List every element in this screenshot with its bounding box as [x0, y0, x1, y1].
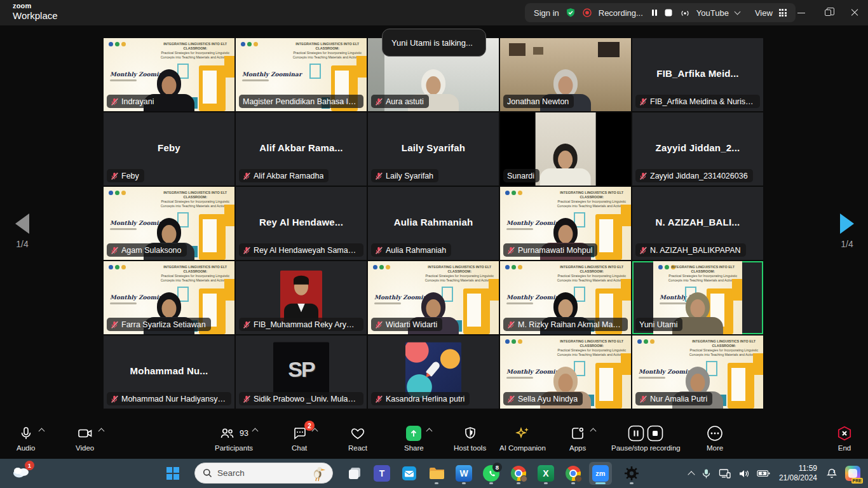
taskbar-clock[interactable]: 11:59 21/08/2024	[774, 464, 822, 483]
gallery-next-button[interactable]: 1/4	[832, 214, 862, 249]
youtube-live-label[interactable]: YouTube	[696, 8, 729, 18]
gallery-prev-button[interactable]: 1/4	[8, 214, 37, 249]
video-button[interactable]: Video	[76, 425, 94, 452]
stop-recording-icon[interactable]	[663, 8, 674, 18]
participant-tile[interactable]: Mohammad Nu...Mohammad Nur Hadiyansyah	[104, 336, 234, 409]
participant-tile[interactable]: INTEGRATING LINGUISTICS INTO ELT CLASSRO…	[104, 38, 234, 111]
apps-chevron-icon[interactable]	[590, 428, 597, 435]
participants-chevron-icon[interactable]	[252, 428, 259, 435]
security-shield-icon[interactable]	[566, 8, 576, 18]
share-icon	[406, 426, 421, 441]
view-label[interactable]: View	[755, 8, 773, 18]
participant-tile[interactable]: FIB_Muhammad Reky Arya Nu...	[236, 261, 367, 334]
participant-display-name: Rey Al Hendawe...	[236, 217, 367, 227]
participant-tile[interactable]: FebyFeby	[104, 112, 234, 186]
ai-companion-label: AI Companion	[499, 444, 546, 452]
participants-button[interactable]: 93 Participants	[215, 425, 253, 452]
youtube-chevron-down-icon[interactable]	[734, 9, 740, 15]
zoom-app-icon: zm	[592, 465, 609, 482]
participant-name-label: Mohammad Nur Hadiyansyah	[107, 392, 231, 405]
participant-name: Purnamawati Mohpul	[518, 246, 592, 255]
share-button[interactable]: Share	[404, 425, 424, 452]
participant-tile[interactable]: INTEGRATING LINGUISTICS INTO ELT CLASSRO…	[500, 336, 631, 409]
gear-icon	[623, 465, 640, 482]
tray-microphone-icon[interactable]	[698, 462, 715, 485]
participant-display-name: Laily Syarifah	[368, 142, 499, 153]
sign-in-link[interactable]: Sign in	[534, 8, 559, 18]
start-button[interactable]	[161, 462, 184, 485]
participant-tile[interactable]: INTEGRATING LINGUISTICS INTO ELT CLASSRO…	[500, 187, 631, 260]
view-grid-icon[interactable]	[779, 9, 787, 17]
excel-icon: X	[538, 465, 554, 482]
participant-display-name: Aulia Rahmaniah	[368, 217, 499, 227]
pause-recording-icon[interactable]	[649, 8, 660, 18]
close-button[interactable]	[841, 0, 868, 25]
chat-button[interactable]: 2 Chat	[292, 425, 307, 452]
audio-chevron-icon[interactable]	[38, 428, 44, 435]
tray-battery-icon[interactable]	[753, 462, 774, 485]
participant-tile[interactable]: INTEGRATING LINGUISTICS INTO ELT CLASSRO…	[368, 261, 499, 334]
zoom-workplace-window: zoom Workplace Sign in Recording... YouT…	[0, 0, 868, 488]
participant-tile[interactable]: N. AZIZAH_BALI...N. AZIZAH_BALIKPAPAN	[632, 187, 763, 260]
video-chevron-icon[interactable]	[98, 428, 104, 435]
poster-logos	[505, 265, 522, 269]
end-label: End	[838, 444, 851, 452]
more-button[interactable]: More	[707, 425, 723, 452]
widgets-cloud-button[interactable]: 1	[11, 464, 33, 483]
task-view-button[interactable]	[343, 462, 366, 485]
participant-name: Mohammad Nur Hadiyansyah	[121, 395, 226, 403]
end-button[interactable]: End	[836, 425, 853, 452]
copilot-preview-button[interactable]: PRE	[841, 462, 868, 485]
participant-tile[interactable]: INTEGRATING LINGUISTICS INTO ELT CLASSRO…	[236, 38, 367, 111]
chat-chevron-icon[interactable]	[312, 428, 318, 435]
participant-tile[interactable]: Sunardi	[500, 112, 631, 186]
participant-tile[interactable]: INTEGRATING LINGUISTICS INTO ELT CLASSRO…	[500, 261, 631, 334]
end-hexagon-icon	[836, 425, 853, 442]
participant-tile[interactable]: Aulia RahmaniahAulia Rahmaniah	[368, 187, 499, 260]
tray-overflow-button[interactable]	[685, 462, 698, 485]
participant-tile[interactable]: INTEGRATING LINGUISTICS INTO ELT CLASSRO…	[104, 187, 234, 260]
excel-app-button[interactable]: X	[534, 462, 557, 485]
settings-button[interactable]	[620, 462, 643, 485]
teams-app-button[interactable]: T	[370, 462, 393, 485]
chrome-profile1-button[interactable]	[507, 462, 530, 485]
zoom-app-button[interactable]: zm	[589, 462, 612, 485]
poster-header-text: INTEGRATING LINGUISTICS INTO ELT CLASSRO…	[555, 339, 629, 357]
pause-record-icon[interactable]	[628, 425, 644, 442]
apps-label: Apps	[569, 444, 586, 452]
participant-tile[interactable]: Zayyid Jiddan_2...Zayyid Jiddan_23140260…	[632, 112, 763, 186]
participant-tile[interactable]: INTEGRATING LINGUISTICS INTO ELT CLASSRO…	[632, 336, 763, 409]
host-tools-button[interactable]: Host tools	[454, 425, 486, 452]
whatsapp-button[interactable]: 8	[480, 462, 503, 485]
participant-tile[interactable]: Alif Akbar Rama...Alif Akbar Ramadha	[236, 112, 367, 186]
minimize-button[interactable]	[788, 0, 815, 25]
chrome-profile2-button[interactable]	[562, 462, 585, 485]
react-button[interactable]: React	[348, 425, 367, 452]
pause-stop-recording-button[interactable]: Pause/stop recording	[611, 425, 681, 452]
participant-tile[interactable]: Laily SyarifahLaily Syarifah	[368, 112, 499, 186]
restore-button[interactable]	[815, 0, 841, 25]
poster-header-text: INTEGRATING LINGUISTICS INTO ELT CLASSRO…	[667, 264, 740, 283]
share-chevron-icon[interactable]	[426, 428, 433, 435]
participant-tile[interactable]: SPSidik Prabowo _Univ. Mulawar...	[236, 336, 367, 409]
video-grid: Yuni Utami is talking... 1/4 1/4 INTEGRA…	[0, 25, 868, 421]
ai-companion-button[interactable]: AI Companion	[499, 425, 546, 452]
participant-tile[interactable]: Rey Al Hendawe...Rey Al Hendaweyah Saman…	[236, 187, 367, 260]
participant-name: Aulia Rahmaniah	[386, 246, 446, 255]
participant-tile[interactable]: Kasandra Herlina putri	[368, 336, 499, 409]
apps-button[interactable]: Apps	[569, 425, 586, 452]
tray-display-icon[interactable]	[715, 462, 735, 485]
word-app-button[interactable]: W	[452, 462, 475, 485]
stop-record-icon[interactable]	[647, 425, 663, 442]
mail-app-button[interactable]	[398, 462, 421, 485]
notification-bell-button[interactable]: z	[822, 462, 841, 485]
file-explorer-button[interactable]	[425, 462, 448, 485]
taskbar-search[interactable]: Search	[194, 463, 333, 484]
audio-button[interactable]: Audio	[17, 425, 35, 452]
participant-tile[interactable]: FIB_Arfika Meid...FIB_Arfika Meidina & N…	[632, 38, 763, 111]
participant-tile[interactable]: Jonathan Newton	[500, 38, 631, 111]
participant-tile[interactable]: INTEGRATING LINGUISTICS INTO ELT CLASSRO…	[632, 261, 763, 334]
participant-tile[interactable]: INTEGRATING LINGUISTICS INTO ELT CLASSRO…	[104, 261, 234, 334]
tray-volume-icon[interactable]	[735, 462, 753, 485]
participant-display-name: Zayyid Jiddan_2...	[632, 142, 763, 153]
